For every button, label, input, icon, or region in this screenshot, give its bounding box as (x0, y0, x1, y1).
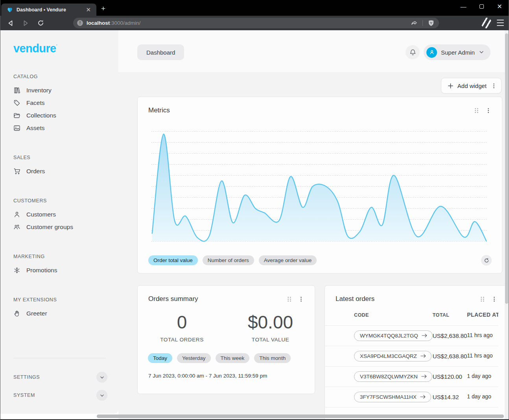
promotions-icon (13, 267, 20, 274)
browser-menu-icon[interactable] (497, 20, 504, 26)
new-tab-button[interactable]: + (101, 5, 105, 12)
cart-icon (13, 168, 20, 175)
tab-close-icon[interactable]: ✕ (84, 6, 92, 13)
sidebar-item-label: Facets (26, 99, 45, 106)
toolbar-divider (422, 20, 423, 26)
order-placed: 11 hrs ago (467, 325, 498, 346)
chevron-down-icon (479, 50, 484, 55)
notifications-button[interactable] (406, 45, 420, 59)
user-menu[interactable]: Super Admin (424, 44, 491, 60)
section-label: CUSTOMERS (13, 198, 118, 204)
sidebar-item-label: Customer groups (26, 224, 73, 231)
arrow-right-icon (420, 354, 426, 358)
order-total: US$14.32 (433, 387, 467, 407)
vertical-scrollbar[interactable] (505, 30, 509, 419)
tab-yesterday[interactable]: Yesterday (177, 353, 211, 363)
person-icon (429, 49, 435, 55)
sidebar-item-promotions[interactable]: Promotions (13, 264, 118, 277)
refresh-button[interactable] (481, 255, 492, 266)
browser-window: Dashboard • Vendure ✕ + — ✕ ! localhost:… (0, 0, 509, 420)
forward-icon[interactable] (21, 18, 30, 28)
minimize-icon[interactable]: — (454, 0, 472, 13)
sidebar-item-settings[interactable]: SETTINGS (13, 369, 118, 385)
total-value-value: $0.00 (226, 312, 315, 333)
order-total: US$120.00 (433, 366, 467, 387)
table-row: 3FY7FSCWSHMA11HX US$14.32 1 day ago (325, 387, 498, 407)
sidebar-item-collections[interactable]: Collections (13, 109, 118, 122)
order-code-link[interactable]: 3FY7FSCWSHMA11HX (354, 392, 431, 402)
scrollbar-thumb[interactable] (505, 33, 508, 304)
maximize-icon[interactable] (472, 0, 491, 13)
drag-handle-icon[interactable] (286, 296, 292, 303)
kebab-menu-icon[interactable] (485, 107, 492, 114)
column-header-placed-at: PLACED AT (467, 312, 498, 325)
table-row: V3T6BW8ZQLWMYZKN US$120.00 1 day ago (325, 366, 498, 387)
sidebar: vendure’ CATALOG Inventory Facets Collec… (0, 30, 118, 414)
latest-orders-table: CODE TOTAL PLACED AT WYMGK4TQQ8JL2TGQ US… (325, 312, 498, 407)
order-code-link[interactable]: WYMGK4TQQ8JL2TGQ (354, 330, 433, 341)
sidebar-item-inventory[interactable]: Inventory (13, 84, 118, 97)
sidebar-item-customer-groups[interactable]: Customer groups (13, 221, 118, 233)
sidebar-item-facets[interactable]: Facets (13, 97, 118, 109)
chevron-down-icon[interactable] (96, 390, 107, 401)
collapsed-section-label: SETTINGS (13, 374, 40, 380)
window-controls: — ✕ (454, 0, 509, 13)
tab-number-of-orders[interactable]: Number of orders (203, 255, 254, 265)
avatar (426, 47, 437, 58)
add-widget-button[interactable]: Add widget (441, 78, 502, 94)
browser-profile-avatar[interactable] (481, 18, 492, 28)
reload-icon[interactable] (36, 18, 45, 28)
tab-average-order-value[interactable]: Average order value (259, 255, 317, 265)
dashboard-content: Add widget Metrics (118, 73, 509, 419)
sidebar-item-orders[interactable]: Orders (13, 165, 118, 178)
horizontal-scrollbar-thumb[interactable] (97, 414, 504, 418)
order-code-link[interactable]: V3T6BW8ZQLWMYZKN (354, 371, 432, 382)
date-range-text: 7 Jun 2023, 0:00:00 am - 7 Jun 2023, 11:… (148, 373, 315, 379)
tab-order-total-value[interactable]: Order total value (148, 255, 198, 265)
kebab-menu-icon[interactable] (298, 296, 304, 303)
sidebar-item-greeter[interactable]: Greeter (13, 307, 118, 320)
section-label: MARKETING (13, 254, 118, 259)
widget-title: Latest orders (336, 295, 374, 303)
back-icon[interactable] (6, 18, 15, 28)
browser-tab[interactable]: Dashboard • Vendure ✕ (1, 4, 96, 16)
kebab-menu-icon[interactable] (491, 296, 498, 303)
tab-this-month[interactable]: This month (254, 353, 291, 363)
section-label: MY EXTENSIONS (13, 297, 118, 303)
address-bar[interactable]: ! localhost:3000/admin/ (73, 18, 439, 28)
chevron-down-icon[interactable] (96, 372, 107, 383)
site-info-icon[interactable]: ! (77, 20, 83, 26)
plus-icon (448, 83, 454, 89)
arrow-right-icon (420, 394, 426, 399)
drag-handle-icon[interactable] (474, 107, 479, 114)
nav-section-customers: CUSTOMERS Customers Customer groups (13, 198, 118, 233)
share-icon[interactable] (409, 18, 419, 28)
sidebar-item-customers[interactable]: Customers (13, 208, 118, 221)
nav-section-sales: SALES Orders (13, 155, 118, 178)
widget-title: Metrics (148, 106, 170, 114)
sidebar-item-assets[interactable]: Assets (13, 122, 118, 134)
total-orders-label: TOTAL ORDERS (138, 337, 226, 343)
breadcrumb[interactable]: Dashboard (137, 44, 184, 60)
table-row: XSA9PD4LM3CGAQRZ US$2,638.80 11 hrs ago (325, 346, 498, 366)
order-placed: 1 day ago (467, 366, 498, 387)
hand-icon (13, 310, 20, 317)
column-header-total: TOTAL (433, 312, 467, 325)
close-icon[interactable]: ✕ (491, 0, 509, 13)
collapsed-section-label: SYSTEM (13, 392, 35, 398)
folder-icon (13, 112, 20, 119)
sidebar-item-label: Inventory (26, 87, 52, 94)
sidebar-item-system[interactable]: SYSTEM (13, 387, 118, 403)
tag-icon (13, 99, 20, 106)
range-tabs: Today Yesterday This week This month (148, 353, 315, 363)
brave-shield-icon[interactable] (426, 18, 436, 28)
order-code-link[interactable]: XSA9PD4LM3CGAQRZ (354, 351, 432, 361)
sidebar-item-label: Collections (26, 112, 56, 119)
kebab-menu-icon[interactable] (491, 83, 497, 89)
drag-handle-icon[interactable] (479, 296, 485, 303)
tab-today[interactable]: Today (148, 353, 172, 363)
total-orders-value: 0 (138, 312, 226, 333)
tab-this-week[interactable]: This week (216, 353, 250, 363)
table-row: WYMGK4TQQ8JL2TGQ US$2,638.80 11 hrs ago (325, 325, 498, 346)
column-header-code: CODE (325, 312, 433, 325)
